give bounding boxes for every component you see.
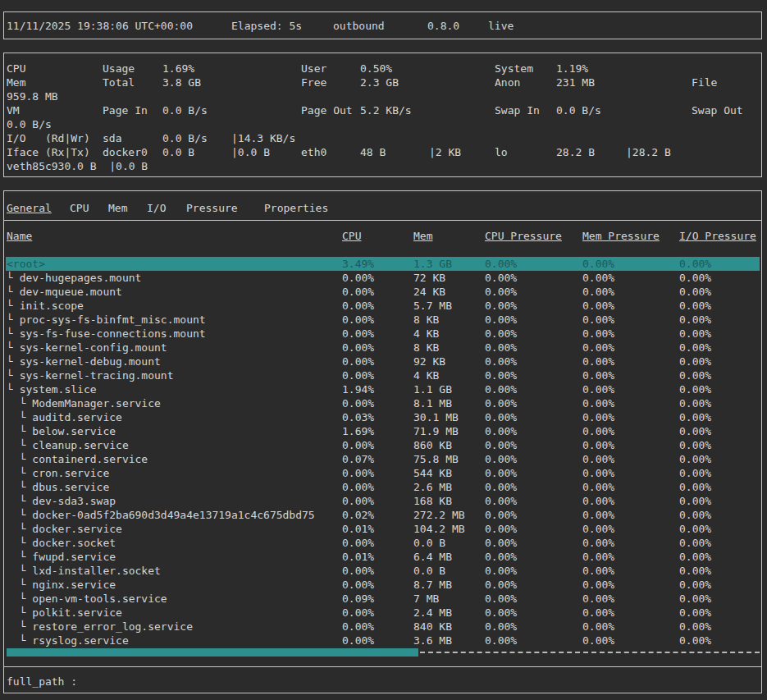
row-cell-0: └ open-vm-tools.service: [7, 592, 167, 606]
row-cell-1: 0.00%: [342, 466, 374, 480]
sys-metric-9: |28.2 B: [626, 145, 671, 159]
sys-metric-4: Free: [301, 75, 326, 89]
row-cell-4: 0.00%: [582, 382, 614, 396]
table-row[interactable]: └ containerd.service0.07%75.8 MB0.00%0.0…: [6, 452, 760, 466]
row-cell-1: 0.03%: [342, 410, 374, 424]
row-cell-2: 4 KB: [413, 368, 439, 382]
table-row[interactable]: └ docker-0ad5f2ba690d3d49a4e13719a1c4c67…: [6, 508, 760, 522]
sys-metric-6: |2 KB: [429, 145, 461, 159]
table-row[interactable]: └ docker.socket0.00%0.0 B0.00%0.00%0.00%: [6, 536, 760, 550]
row-cell-2: 0.0 B: [413, 536, 445, 550]
table-row[interactable]: └ dbus.service0.00%2.6 MB0.00%0.00%0.00%: [6, 480, 760, 494]
row-cell-4: 0.00%: [582, 592, 614, 606]
table-row[interactable]: └ sys-kernel-config.mount0.00%8 KB0.00%0…: [6, 341, 760, 355]
row-cell-4: 0.00%: [582, 424, 614, 438]
table-row[interactable]: └ system.slice1.94%1.1 GB0.00%0.00%0.00%: [6, 382, 760, 396]
row-cell-0: └ docker.service: [7, 522, 122, 536]
table-row[interactable]: └ sys-kernel-debug.mount0.00%92 KB0.00%0…: [6, 355, 760, 368]
row-cell-1: 0.00%: [342, 620, 374, 634]
sys-metric-7: lo: [495, 145, 508, 159]
tab-properties[interactable]: Properties: [264, 201, 328, 215]
row-cell-4: 0.00%: [582, 285, 614, 299]
table-row[interactable]: └ restore_error_log.service0.00%840 KB0.…: [6, 620, 760, 634]
row-cell-3: 0.00%: [485, 550, 517, 564]
table-row[interactable]: └ lxd-installer.socket0.00%0.0 B0.00%0.0…: [6, 564, 760, 578]
table-row[interactable]: └ polkit.service0.00%2.4 MB0.00%0.00%0.0…: [6, 606, 760, 620]
table-row[interactable]: └ ModemManager.service0.00%8.1 MB0.00%0.…: [6, 396, 760, 410]
row-cell-5: 0.00%: [679, 536, 711, 550]
table-row[interactable]: └ sys-kernel-tracing.mount0.00%4 KB0.00%…: [6, 368, 760, 382]
tab-pressure[interactable]: Pressure: [186, 201, 238, 215]
tab-general[interactable]: General: [7, 201, 52, 215]
h-scrollbar: [4, 648, 761, 658]
table-row[interactable]: └ cron.service0.00%544 KB0.00%0.00%0.00%: [6, 466, 760, 480]
row-cell-3: 0.00%: [485, 355, 517, 368]
sys-metric-0: VM: [7, 103, 20, 117]
row-cell-4: 0.00%: [582, 522, 614, 536]
sys-metric-2: 0.0 B: [162, 145, 194, 159]
h-scrollbar-thumb[interactable]: [7, 648, 418, 657]
footer-bar: full_path :: [4, 675, 761, 689]
row-cell-2: 7 MB: [413, 592, 439, 606]
row-cell-2: 6.4 MB: [413, 550, 452, 564]
row-cell-0: └ lxd-installer.socket: [7, 564, 161, 578]
row-cell-4: 0.00%: [582, 341, 614, 355]
row-cell-0: └ cleanup.service: [7, 438, 129, 452]
row-cell-5: 0.00%: [679, 341, 711, 355]
table-row[interactable]: <root>3.49%1.3 GB0.00%0.00%0.00%: [6, 257, 760, 271]
row-cell-5: 0.00%: [679, 382, 711, 396]
table-row[interactable]: └ rsyslog.service0.00%3.6 MB0.00%0.00%0.…: [6, 634, 760, 647]
system-metrics-line-7: veth85c930.0 B |0.0 B: [4, 159, 761, 173]
row-cell-0: └ init.scope: [7, 299, 84, 313]
row-cell-1: 0.00%: [342, 299, 374, 313]
row-cell-5: 0.00%: [679, 327, 711, 341]
process-view-panel: GeneralCPUMemI/OPressureProperties NameC…: [3, 190, 762, 693]
version-label: 0.8.0: [427, 19, 459, 33]
row-cell-3: 0.00%: [485, 606, 517, 620]
h-scrollbar-track[interactable]: [420, 652, 760, 653]
row-cell-3: 0.00%: [485, 438, 517, 452]
row-cell-4: 0.00%: [582, 634, 614, 647]
row-cell-0: └ fwupd.service: [7, 550, 116, 564]
row-cell-2: 8.1 MB: [413, 396, 452, 410]
table-row[interactable]: └ fwupd.service0.01%6.4 MB0.00%0.00%0.00…: [6, 550, 760, 564]
elapsed-label: Elapsed: 5s: [231, 19, 302, 33]
table-row[interactable]: └ cleanup.service0.00%860 KB0.00%0.00%0.…: [6, 438, 760, 452]
sys-metric-8: 1.19%: [556, 62, 588, 75]
row-cell-5: 0.00%: [679, 522, 711, 536]
table-row[interactable]: └ sys-fs-fuse-connections.mount0.00%4 KB…: [6, 327, 760, 341]
row-cell-5: 0.00%: [679, 592, 711, 606]
table-row[interactable]: └ dev-hugepages.mount0.00%72 KB0.00%0.00…: [6, 271, 760, 285]
status-bar: 11/11/2025 19:38:06 UTC+00:00 Elapsed: 5…: [4, 19, 761, 33]
row-cell-2: 3.6 MB: [413, 634, 452, 647]
sys-metric-5: 48 B: [360, 145, 386, 159]
sys-metric-3: |0.0 B: [231, 145, 270, 159]
row-cell-5: 0.00%: [679, 355, 711, 368]
table-row[interactable]: └ init.scope0.00%5.7 MB0.00%0.00%0.00%: [6, 299, 760, 313]
table-row[interactable]: └ proc-sys-fs-binfmt_misc.mount0.00%8 KB…: [6, 313, 760, 327]
row-cell-4: 0.00%: [582, 578, 614, 592]
row-cell-5: 0.00%: [679, 480, 711, 494]
table-row[interactable]: └ below.service1.69%71.9 MB0.00%0.00%0.0…: [6, 424, 760, 438]
system-metrics-line-6: Iface (Rx|Tx)docker00.0 B|0.0 Beth048 B|…: [4, 145, 761, 159]
table-row[interactable]: └ dev-sda3.swap0.00%168 KB0.00%0.00%0.00…: [6, 494, 760, 508]
row-cell-5: 0.00%: [679, 313, 711, 327]
system-metrics-line-3: VMPage In0.0 B/sPage Out5.2 KB/sSwap In0…: [4, 103, 761, 117]
row-cell-4: 0.00%: [582, 327, 614, 341]
sys-metric-0: I/O (Rd|Wr): [7, 131, 90, 145]
row-cell-1: 0.09%: [342, 592, 374, 606]
row-cell-1: 0.00%: [342, 327, 374, 341]
system-metrics-line-2: 959.8 MB: [4, 89, 761, 103]
table-row[interactable]: └ dev-mqueue.mount0.00%24 KB0.00%0.00%0.…: [6, 285, 760, 299]
row-cell-1: 1.69%: [342, 424, 374, 438]
sys-metric-2: 0.0 B/s: [162, 131, 208, 145]
tab-i-o[interactable]: I/O: [147, 201, 166, 215]
sys-metric-5: 5.2 KB/s: [360, 103, 412, 117]
table-row[interactable]: └ nginx.service0.00%8.7 MB0.00%0.00%0.00…: [6, 578, 760, 592]
table-row[interactable]: └ auditd.service0.03%30.1 MB0.00%0.00%0.…: [6, 410, 760, 424]
table-row[interactable]: └ docker.service0.01%104.2 MB0.00%0.00%0…: [6, 522, 760, 536]
row-cell-4: 0.00%: [582, 271, 614, 285]
tab-mem[interactable]: Mem: [108, 201, 127, 215]
table-row[interactable]: └ open-vm-tools.service0.09%7 MB0.00%0.0…: [6, 592, 760, 606]
tab-cpu[interactable]: CPU: [70, 201, 89, 215]
